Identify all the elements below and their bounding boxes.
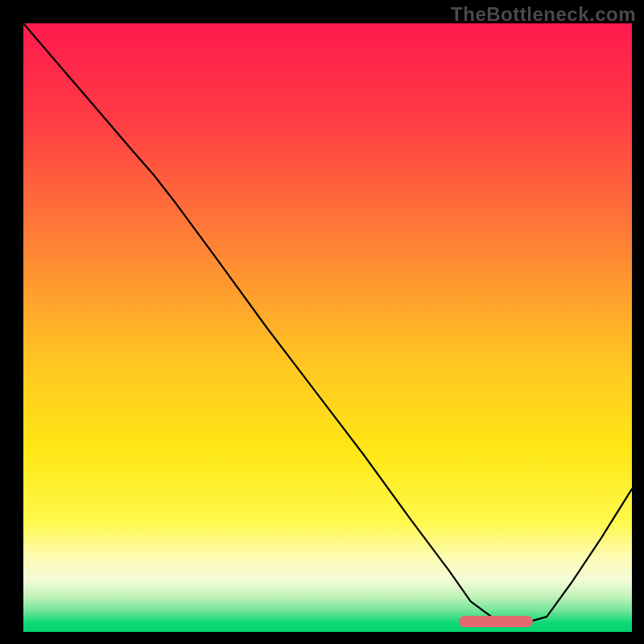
plot-area [23,23,632,632]
watermark-text: TheBottleneck.com [451,3,636,26]
plot-svg [23,23,632,632]
chart-frame: TheBottleneck.com [0,0,644,644]
gradient-rect [23,23,632,632]
highlight-marker [459,616,533,627]
